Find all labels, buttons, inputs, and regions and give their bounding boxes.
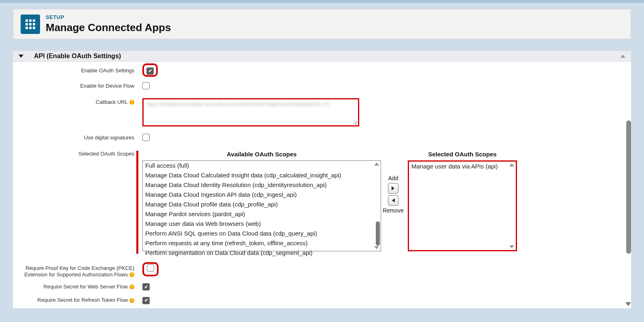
callback-url-label: Callback URL? bbox=[13, 98, 138, 105]
callback-url-label-text: Callback URL bbox=[96, 99, 128, 105]
section-header[interactable]: API (Enable OAuth Settings) bbox=[13, 51, 631, 62]
listbox-scroll-up-icon[interactable] bbox=[374, 162, 379, 166]
required-indicator bbox=[136, 151, 138, 254]
page-title: Manage Connected Apps bbox=[46, 21, 171, 34]
enable-oauth-checkbox[interactable] bbox=[146, 67, 154, 75]
add-label: Add bbox=[388, 175, 398, 181]
require-pkce-label-text: Require Proof Key for Code Exchange (PKC… bbox=[24, 265, 134, 278]
available-scopes-listbox[interactable]: Full access (full) Manage Data Cloud Cal… bbox=[142, 160, 381, 251]
list-item[interactable]: Manage Data Cloud Ingestion API data (cd… bbox=[143, 190, 381, 200]
enable-device-flow-checkbox[interactable] bbox=[142, 82, 150, 89]
list-item[interactable]: Full access (full) bbox=[143, 161, 381, 170]
selected-scopes-listbox[interactable]: Manage user data via APIs (api) bbox=[408, 160, 517, 251]
remove-label: Remove bbox=[383, 207, 404, 214]
section-title: API (Enable OAuth Settings) bbox=[34, 53, 121, 60]
list-item[interactable]: Manage Data Cloud Calculated Insight dat… bbox=[143, 170, 381, 180]
pkce-highlight bbox=[142, 262, 159, 276]
list-item[interactable]: Perform requests at any time (refresh_to… bbox=[143, 238, 381, 248]
listbox-scrollbar-thumb[interactable] bbox=[376, 221, 380, 246]
require-secret-refresh-label-text: Require Secret for Refresh Token Flow bbox=[37, 297, 128, 303]
require-secret-web-label-text: Require Secret for Web Server Flow bbox=[43, 284, 128, 290]
help-icon[interactable]: ? bbox=[129, 100, 134, 105]
transfer-buttons: Add Remove bbox=[381, 151, 405, 214]
help-icon[interactable]: ? bbox=[129, 298, 134, 303]
grid-icon bbox=[25, 19, 35, 29]
list-item[interactable]: Manage Pardot services (pardot_api) bbox=[143, 209, 381, 219]
form-body: Enable OAuth Settings Enable for Device … bbox=[13, 62, 631, 308]
digital-signatures-label: Use digital signatures bbox=[13, 134, 138, 141]
callback-url-value: https://redacted.example-security.com/oa… bbox=[146, 101, 329, 107]
help-icon[interactable]: ? bbox=[129, 284, 134, 289]
require-pkce-label: Require Proof Key for Code Exchange (PKC… bbox=[13, 264, 138, 278]
app-launcher-icon[interactable] bbox=[21, 15, 40, 34]
help-icon[interactable]: ? bbox=[129, 272, 134, 277]
digital-signatures-checkbox[interactable] bbox=[142, 134, 150, 141]
list-item[interactable]: Manage user data via APIs (api) bbox=[409, 162, 516, 171]
callback-url-input[interactable]: https://redacted.example-security.com/oa… bbox=[142, 98, 359, 126]
scroll-up-icon[interactable] bbox=[621, 55, 625, 58]
enable-device-flow-label: Enable for Device Flow bbox=[13, 82, 138, 89]
list-item[interactable]: Perform segmentation on Data Cloud data … bbox=[143, 248, 381, 258]
selected-scopes-label: Selected OAuth Scopes bbox=[13, 151, 138, 157]
collapse-toggle-icon[interactable] bbox=[19, 55, 23, 58]
list-item[interactable]: Manage Data Cloud profile data (cdp_prof… bbox=[143, 200, 381, 209]
page-header: SETUP Manage Connected Apps bbox=[13, 9, 631, 39]
listbox-scroll-down-icon[interactable] bbox=[374, 246, 379, 249]
selected-scopes-title: Selected OAuth Scopes bbox=[428, 151, 496, 158]
list-item[interactable]: Manage user data via Web browsers (web) bbox=[143, 219, 381, 229]
enable-oauth-label: Enable OAuth Settings bbox=[13, 67, 138, 74]
require-secret-web-checkbox[interactable] bbox=[142, 283, 150, 290]
remove-button[interactable] bbox=[388, 195, 398, 206]
chevron-right-icon bbox=[391, 186, 395, 191]
add-button[interactable] bbox=[388, 183, 398, 194]
require-secret-refresh-label: Require Secret for Refresh Token Flow? bbox=[13, 296, 138, 303]
header-eyebrow: SETUP bbox=[46, 14, 171, 20]
enable-oauth-highlight bbox=[142, 63, 158, 77]
listbox-scroll-up-icon[interactable] bbox=[509, 163, 514, 166]
resize-handle-icon[interactable] bbox=[353, 120, 357, 124]
list-item[interactable]: Perform ANSI SQL queries on Data Cloud d… bbox=[143, 229, 381, 238]
scroll-down-icon[interactable] bbox=[625, 302, 631, 306]
chevron-left-icon bbox=[391, 198, 395, 203]
require-secret-refresh-checkbox[interactable] bbox=[142, 297, 150, 304]
require-pkce-checkbox[interactable] bbox=[147, 264, 154, 271]
require-secret-web-label: Require Secret for Web Server Flow? bbox=[13, 283, 138, 290]
available-scopes-title: Available OAuth Scopes bbox=[227, 151, 297, 158]
scopes-picker: Available OAuth Scopes Full access (full… bbox=[142, 151, 631, 251]
listbox-scroll-down-icon[interactable] bbox=[509, 245, 514, 248]
list-item[interactable]: Manage Data Cloud Identity Resolution (c… bbox=[143, 180, 381, 190]
header-text: SETUP Manage Connected Apps bbox=[46, 14, 171, 34]
